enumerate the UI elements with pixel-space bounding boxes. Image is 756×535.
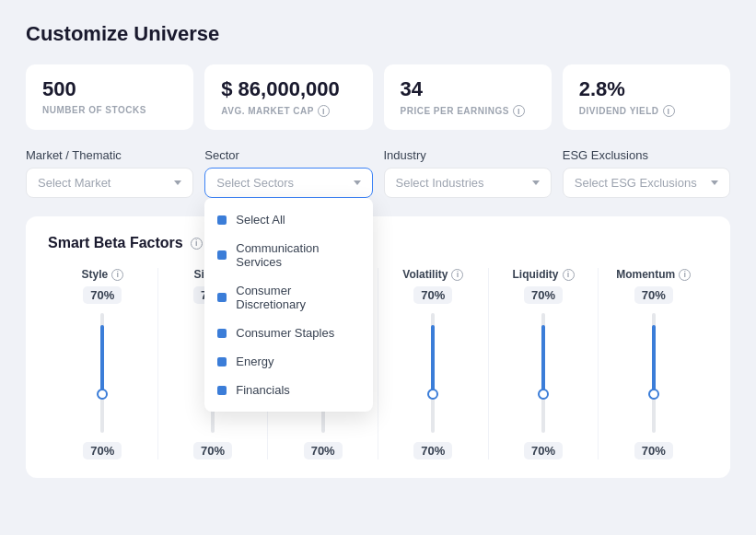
sector-dot-all [217,215,227,225]
filter-select-market[interactable]: Select Market [26,168,193,198]
factor-info-icon-style[interactable]: i [111,269,123,281]
sector-option-label-cons-stap: Consumer Staples [236,326,334,340]
stat-value-price-earnings: 34 [401,77,535,101]
filter-placeholder-industry: Select Industries [396,176,484,190]
factor-label-momentum: Momentum [616,268,675,281]
factor-slider-fill-volatility [431,325,435,397]
sector-option-cons-stap[interactable]: Consumer Staples [204,319,372,347]
sector-dot-energy [217,357,227,366]
factor-bottom-value-liquidity: 70% [524,442,563,459]
factor-label-style: Style [81,268,108,281]
factor-label-row-liquidity: Liquidityi [513,268,575,281]
smart-beta-header: Smart Beta Factors i [48,235,708,251]
sector-option-comm[interactable]: Communication Services [204,234,372,276]
factor-slider-track-liquidity [541,313,545,433]
sector-option-label-fin: Financials [236,383,290,397]
stat-label-avg-market-cap: AVG. MARKET CAPi [221,105,355,117]
chevron-down-icon-esg [711,180,718,185]
stat-card-dividend-yield: 2.8%DIVIDEND YIELDi [563,64,730,130]
page-title: Customize Universe [26,22,730,46]
filter-group-sector: SectorSelect SectorsSelect AllCommunicat… [204,148,372,198]
factor-slider-thumb-momentum[interactable] [648,389,659,400]
filter-select-industry[interactable]: Select Industries [384,168,552,198]
sector-option-label-energy: Energy [236,355,273,368]
sector-dropdown-menu: Select AllCommunication ServicesConsumer… [204,198,372,412]
stat-label-num-stocks: NUMBER OF STOCKS [42,105,177,115]
filter-select-sector[interactable]: Select Sectors [204,168,372,198]
factor-slider-track-momentum [652,313,656,433]
factor-label-row-style: Stylei [81,268,123,281]
filter-group-industry: IndustrySelect Industries [384,148,552,198]
factor-slider-volatility[interactable] [422,313,444,433]
factor-top-value-liquidity: 70% [524,286,563,304]
chevron-down-icon-market [174,180,181,185]
page-container: Customize Universe 500NUMBER OF STOCKS$ … [0,0,756,500]
stat-value-avg-market-cap: $ 86,000,000 [221,77,355,101]
factor-slider-momentum[interactable] [643,313,665,433]
sector-dot-fin [217,386,227,395]
factor-info-icon-liquidity[interactable]: i [563,269,575,281]
stat-label-price-earnings: PRICE PER EARNINGSi [401,105,535,117]
factor-bottom-value-volatility: 70% [413,442,452,459]
factor-col-style: Stylei70%70% [48,268,158,459]
stat-value-dividend-yield: 2.8% [579,77,714,101]
filter-label-industry: Industry [384,148,552,162]
sector-dot-cons-stap [217,329,227,338]
factor-bottom-value-style: 70% [83,442,122,459]
factor-slider-liquidity[interactable] [532,313,554,433]
factor-slider-track-style [100,313,104,433]
factor-slider-track-volatility [431,313,435,433]
factor-label-liquidity: Liquidity [513,268,559,281]
stat-card-price-earnings: 34PRICE PER EARNINGSi [384,64,552,130]
sector-option-energy[interactable]: Energy [204,347,372,376]
sector-option-fin[interactable]: Financials [204,376,372,404]
filter-group-market: Market / ThematicSelect Market [26,148,193,198]
filters-row: Market / ThematicSelect MarketSectorSele… [26,148,730,198]
factor-label-row-momentum: Momentumi [616,268,691,281]
filter-group-esg: ESG ExclusionsSelect ESG Exclusions [563,148,730,198]
chevron-down-icon-sector [354,180,361,185]
factor-slider-fill-liquidity [541,325,545,397]
factor-info-icon-momentum[interactable]: i [679,269,691,281]
sector-option-label-comm: Communication Services [236,241,359,269]
factor-top-value-style: 70% [83,286,122,304]
factor-info-icon-volatility[interactable]: i [451,269,463,281]
factor-label-volatility: Volatility [402,268,448,281]
factor-col-liquidity: Liquidityi70%70% [489,268,599,459]
factor-bottom-value-quality: 70% [304,442,343,459]
smart-beta-info-icon[interactable]: i [191,238,203,250]
factor-slider-thumb-volatility[interactable] [427,389,438,400]
sector-option-all[interactable]: Select All [204,205,372,234]
filter-placeholder-sector: Select Sectors [216,176,294,190]
factor-bottom-value-size: 70% [193,442,232,459]
sector-option-label-cons-disc: Consumer Discretionary [236,284,359,311]
factor-label-row-volatility: Volatilityi [402,268,463,281]
info-icon-avg-market-cap[interactable]: i [318,105,330,117]
info-icon-price-earnings[interactable]: i [513,105,525,117]
factor-col-volatility: Volatilityi70%70% [378,268,489,459]
smart-beta-card: Smart Beta Factors i Stylei70%70%Sizei70… [26,216,730,478]
sector-option-cons-disc[interactable]: Consumer Discretionary [204,276,372,319]
factor-slider-fill-style [100,325,104,397]
filter-label-sector: Sector [204,148,372,162]
factor-top-value-volatility: 70% [413,286,452,304]
filter-placeholder-market: Select Market [38,176,110,190]
factor-top-value-momentum: 70% [634,286,673,304]
filter-label-esg: ESG Exclusions [563,148,730,162]
sector-dot-comm [217,250,227,260]
filter-label-market: Market / Thematic [26,148,193,162]
stat-card-avg-market-cap: $ 86,000,000AVG. MARKET CAPi [204,64,372,130]
stat-card-num-stocks: 500NUMBER OF STOCKS [26,64,193,130]
filter-select-esg[interactable]: Select ESG Exclusions [563,168,730,198]
stat-label-dividend-yield: DIVIDEND YIELDi [579,105,714,117]
stats-row: 500NUMBER OF STOCKS$ 86,000,000AVG. MARK… [26,64,730,130]
sector-option-label-all: Select All [236,213,285,227]
factor-slider-thumb-liquidity[interactable] [538,389,549,400]
factor-slider-thumb-style[interactable] [97,389,108,400]
factor-slider-style[interactable] [91,313,113,433]
factor-slider-fill-momentum [652,325,656,397]
stat-value-num-stocks: 500 [42,77,177,101]
filter-placeholder-esg: Select ESG Exclusions [575,176,697,190]
factors-row: Stylei70%70%Sizei70%70%Qualityi70%70%Vol… [48,268,708,459]
info-icon-dividend-yield[interactable]: i [663,105,675,117]
